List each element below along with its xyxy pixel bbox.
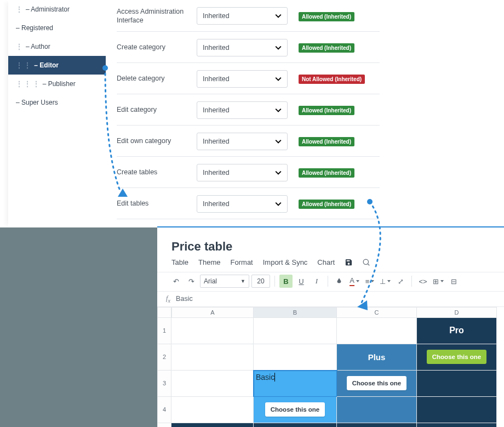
permission-label: Edit tables bbox=[117, 199, 197, 208]
decorative-block bbox=[0, 227, 157, 427]
choose-pro-button[interactable]: Choose this one bbox=[427, 350, 486, 364]
status-badge: Allowed (Inherited) bbox=[299, 106, 354, 115]
status-badge: Allowed (Inherited) bbox=[299, 137, 354, 146]
sidebar-item-publisher[interactable]: ⋮ ⋮ ⋮– Publisher bbox=[8, 75, 106, 93]
choose-plus-button[interactable]: Choose this one bbox=[347, 376, 406, 390]
cell-b3[interactable]: Basic bbox=[254, 371, 337, 397]
status-badge: Allowed (Inherited) bbox=[299, 12, 354, 21]
search-icon[interactable] bbox=[363, 258, 370, 266]
bold-button[interactable]: B bbox=[279, 275, 293, 288]
menu-theme[interactable]: Theme bbox=[198, 258, 220, 266]
permission-select[interactable]: Inherited bbox=[197, 164, 288, 181]
permission-row: Edit tablesInheritedAllowed (Inherited) bbox=[117, 188, 380, 219]
cell-a2[interactable] bbox=[171, 344, 254, 371]
toolbar: ↶ ↷ Arial▼ 20 B U I A ≡ ⊥ ⤢ <> ⊞ ⊟ bbox=[157, 272, 504, 292]
cell-a4[interactable] bbox=[171, 397, 254, 423]
permission-row: Edit categoryInheritedAllowed (Inherited… bbox=[117, 94, 380, 126]
row-header-5[interactable]: 5 bbox=[157, 423, 171, 428]
permission-label: Create tables bbox=[117, 168, 197, 177]
align-button[interactable]: ≡ bbox=[363, 275, 376, 288]
cell-c4[interactable] bbox=[337, 397, 417, 423]
sidebar-item-editor[interactable]: ⋮ ⋮– Editor bbox=[8, 56, 106, 75]
fx-icon: fx bbox=[166, 294, 170, 304]
row-header-3[interactable]: 3 bbox=[157, 371, 171, 397]
cell-text: Basic bbox=[256, 373, 274, 382]
cell-text: Pro bbox=[449, 326, 464, 335]
sidebar-item-label: – Registered bbox=[16, 24, 53, 32]
permission-row: Edit own categoryInheritedAllowed (Inher… bbox=[117, 126, 380, 157]
spreadsheet-panel: Price table Table Theme Format Import & … bbox=[157, 227, 504, 427]
permission-row: Create categoryInheritedAllowed (Inherit… bbox=[117, 32, 380, 63]
row-header-2[interactable]: 2 bbox=[157, 344, 171, 371]
col-header-d[interactable]: D bbox=[417, 307, 497, 318]
row-header-1[interactable]: 1 bbox=[157, 318, 171, 344]
cell-d3[interactable] bbox=[417, 371, 497, 397]
cell-a1[interactable] bbox=[171, 318, 254, 344]
usergroup-sidebar: ⋮– Administrator – Registered ⋮– Author … bbox=[8, 0, 106, 112]
sidebar-item-administrator[interactable]: ⋮– Administrator bbox=[8, 0, 106, 19]
status-badge: Not Allowed (Inherited) bbox=[299, 75, 365, 84]
text-color-button[interactable]: A bbox=[348, 275, 361, 288]
cell-c1[interactable] bbox=[337, 318, 417, 344]
italic-button[interactable]: I bbox=[310, 275, 323, 288]
cell-b5[interactable]: 1 included bbox=[254, 423, 337, 428]
cell-a5[interactable]: Domain bbox=[171, 423, 254, 428]
cell-d5[interactable]: 10 included bbox=[417, 423, 497, 428]
formula-value: Basic bbox=[176, 295, 193, 303]
menu-import-sync[interactable]: Import & Sync bbox=[263, 258, 308, 266]
sidebar-item-label: – Editor bbox=[34, 61, 59, 69]
col-header-a[interactable]: A bbox=[171, 307, 254, 318]
col-header-c[interactable]: C bbox=[337, 307, 417, 318]
sheet-title: Price table bbox=[157, 227, 504, 258]
fullscreen-button[interactable]: ⤢ bbox=[394, 275, 407, 288]
grid-corner[interactable] bbox=[157, 307, 171, 318]
borders-button[interactable]: ⊞ bbox=[432, 275, 445, 288]
cell-a3[interactable] bbox=[171, 371, 254, 397]
row-header-4[interactable]: 4 bbox=[157, 397, 171, 423]
cell-b2[interactable] bbox=[254, 344, 337, 371]
cell-c3[interactable]: Choose this one bbox=[337, 371, 417, 397]
cell-b1[interactable] bbox=[254, 318, 337, 344]
font-size-input[interactable]: 20 bbox=[251, 275, 270, 288]
cell-d1[interactable]: Pro bbox=[417, 318, 497, 344]
sidebar-item-registered[interactable]: – Registered bbox=[8, 19, 106, 37]
cell-c2[interactable]: Plus bbox=[337, 344, 417, 371]
sidebar-item-author[interactable]: ⋮– Author bbox=[8, 37, 106, 56]
cell-d2[interactable]: Choose this one bbox=[417, 344, 497, 371]
sidebar-item-label: – Publisher bbox=[43, 80, 76, 88]
permission-select[interactable]: Inherited bbox=[197, 70, 288, 88]
status-badge: Allowed (Inherited) bbox=[299, 168, 354, 178]
permission-label: Create category bbox=[117, 43, 197, 52]
cell-b4[interactable]: Choose this one bbox=[254, 397, 337, 423]
cell-d4[interactable] bbox=[417, 397, 497, 423]
fill-color-button[interactable] bbox=[333, 275, 346, 288]
font-select[interactable]: Arial▼ bbox=[200, 275, 249, 288]
merge-button[interactable]: ⊟ bbox=[447, 275, 460, 288]
redo-button[interactable]: ↷ bbox=[185, 275, 198, 288]
valign-button[interactable]: ⊥ bbox=[379, 275, 392, 288]
sidebar-item-label: – Administrator bbox=[26, 5, 70, 13]
menu-table[interactable]: Table bbox=[171, 258, 188, 266]
save-icon[interactable] bbox=[345, 258, 353, 266]
cell-c5[interactable]: 2 included bbox=[337, 423, 417, 428]
menu-format[interactable]: Format bbox=[231, 258, 253, 266]
permission-label: Delete category bbox=[117, 74, 197, 83]
code-button[interactable]: <> bbox=[416, 275, 429, 288]
permission-select[interactable]: Inherited bbox=[197, 195, 288, 213]
permission-select[interactable]: Inherited bbox=[197, 7, 288, 25]
permission-label: Edit category bbox=[117, 105, 197, 114]
formula-bar[interactable]: fx Basic bbox=[157, 292, 504, 307]
permission-select[interactable]: Inherited bbox=[197, 101, 288, 119]
sidebar-item-label: – Author bbox=[26, 43, 50, 50]
underline-button[interactable]: U bbox=[295, 275, 308, 288]
sidebar-item-superusers[interactable]: – Super Users bbox=[8, 93, 106, 112]
status-badge: Allowed (Inherited) bbox=[299, 200, 354, 209]
choose-basic-button[interactable]: Choose this one bbox=[265, 402, 325, 417]
font-size-value: 20 bbox=[257, 277, 264, 285]
permission-select[interactable]: Inherited bbox=[197, 133, 288, 150]
permission-select[interactable]: Inherited bbox=[197, 39, 288, 56]
menu-chart[interactable]: Chart bbox=[317, 258, 335, 266]
col-header-b[interactable]: B bbox=[254, 307, 337, 318]
undo-button[interactable]: ↶ bbox=[169, 275, 182, 288]
permission-label: Edit own category bbox=[117, 136, 197, 145]
